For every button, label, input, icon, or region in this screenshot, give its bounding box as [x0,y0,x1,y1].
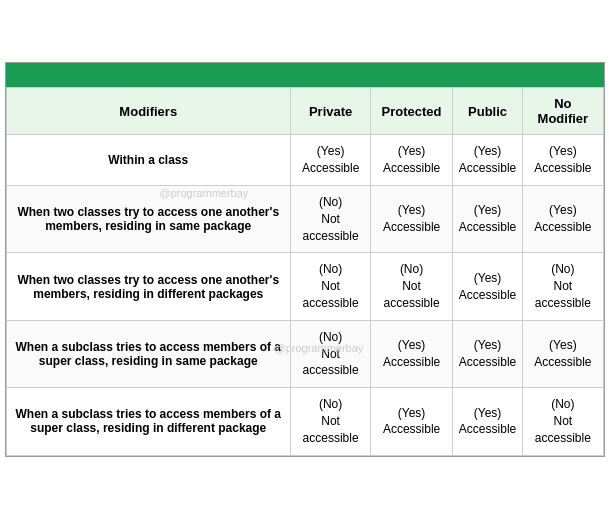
cell-2-private: (No)Not accessible [291,253,371,320]
cell-3-nomodifier: (Yes)Accessible [523,320,603,387]
cell-2-public: (Yes)Accessible [452,253,522,320]
row-label-3: When a subclass tries to access members … [6,320,291,387]
watermark-top: @programmerbay [160,187,249,199]
table-title [6,63,604,87]
watermark-mid: @programmerbay [275,342,364,354]
cell-1-public: (Yes)Accessible [452,186,522,253]
col-header-nomodifier: No Modifier [523,88,603,135]
cell-4-nomodifier: (No)Not accessible [523,388,603,455]
row-label-2: When two classes try to access one anoth… [6,253,291,320]
access-modifiers-table: Modifiers Private Protected Public No Mo… [5,62,605,456]
row-label-0: Within a class [6,135,291,186]
col-header-public: Public [452,88,522,135]
cell-4-private: (No)Not accessible [291,388,371,455]
cell-0-nomodifier: (Yes)Accessible [523,135,603,186]
cell-1-nomodifier: (Yes)Accessible [523,186,603,253]
cell-2-nomodifier: (No)Not accessible [523,253,603,320]
col-header-modifiers: Modifiers [6,88,291,135]
cell-4-public: (Yes)Accessible [452,388,522,455]
cell-2-protected: (No)Not accessible [371,253,453,320]
cell-0-private: (Yes)Accessible [291,135,371,186]
cell-1-private: (No)Not accessible [291,186,371,253]
col-header-protected: Protected [371,88,453,135]
cell-4-protected: (Yes)Accessible [371,388,453,455]
cell-1-protected: (Yes)Accessible [371,186,453,253]
row-label-4: When a subclass tries to access members … [6,388,291,455]
cell-3-protected: (Yes)Accessible [371,320,453,387]
col-header-private: Private [291,88,371,135]
cell-0-protected: (Yes)Accessible [371,135,453,186]
cell-3-public: (Yes)Accessible [452,320,522,387]
cell-0-public: (Yes)Accessible [452,135,522,186]
